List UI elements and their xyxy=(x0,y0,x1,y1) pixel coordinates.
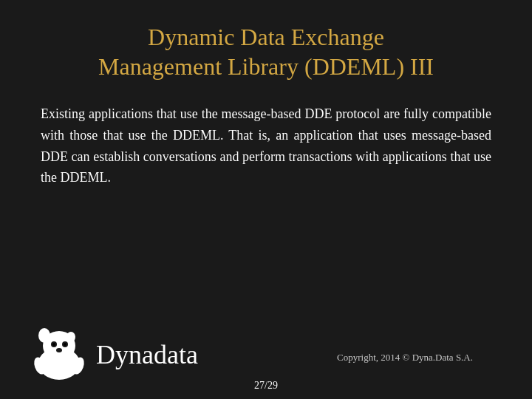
title-line1: Dynamic Data Exchange xyxy=(148,24,384,50)
company-name: Dynadata xyxy=(96,339,198,370)
body-text: Existing applications that use the messa… xyxy=(41,103,491,188)
slide-container: Dynamic Data Exchange Management Library… xyxy=(0,0,532,399)
title-section: Dynamic Data Exchange Management Library… xyxy=(37,22,495,81)
slide-title: Dynamic Data Exchange Management Library… xyxy=(37,22,495,81)
copyright-text: Copyright, 2014 © Dyna.Data S.A. xyxy=(337,352,473,364)
svg-point-7 xyxy=(64,343,66,346)
svg-point-8 xyxy=(56,348,62,352)
svg-point-3 xyxy=(66,332,75,342)
title-line2: Management Library (DDEML) III xyxy=(98,53,434,80)
footer-section: Dynadata Copyright, 2014 © Dyna.Data S.A… xyxy=(30,318,502,384)
mascot-icon xyxy=(30,325,89,384)
slide-number: 27/29 xyxy=(0,380,532,392)
svg-point-5 xyxy=(52,343,55,346)
svg-point-2 xyxy=(38,328,50,343)
logo-area: Dynadata xyxy=(30,325,198,384)
